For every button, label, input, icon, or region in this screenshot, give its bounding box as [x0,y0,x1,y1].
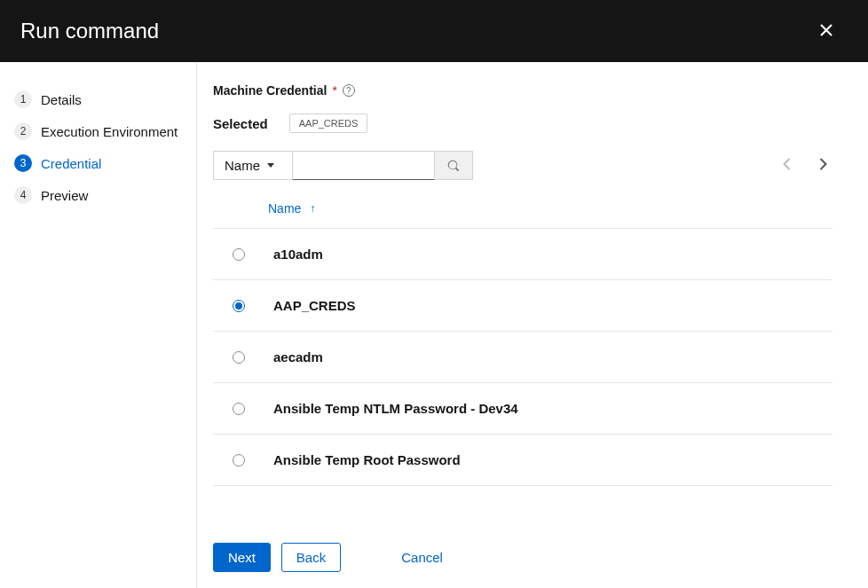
credential-name: Ansible Temp NTLM Password - Dev34 [273,401,518,416]
filter-label: Name [225,158,260,173]
credential-row[interactable]: Ansible Temp NTLM Password - Dev34 [213,382,832,434]
modal-body: 1 Details 2 Execution Environment 3 Cred… [0,62,868,588]
step-number: 2 [14,122,32,140]
field-label-row: Machine Credential * ? [213,83,832,98]
content-scroll: Machine Credential * ? Selected AAP_CRED… [197,62,868,526]
sort-ascending-icon: ↑ [310,202,315,215]
step-number: 1 [14,90,32,108]
step-label: Credential [41,156,101,171]
wizard-step-execution-environment[interactable]: 2 Execution Environment [14,115,182,147]
main-content: Machine Credential * ? Selected AAP_CRED… [197,62,868,588]
modal-header: Run command [0,0,868,62]
modal-title: Run command [20,19,159,43]
selected-chip[interactable]: AAP_CREDS [289,114,368,133]
prev-page-button[interactable] [777,153,796,178]
table-header[interactable]: Name ↑ [213,189,832,228]
credential-list: a10admAAP_CREDSaecadmAnsible Temp NTLM P… [213,228,832,486]
credential-name: a10adm [273,247,323,262]
step-number: 3 [14,154,32,172]
close-button[interactable] [813,17,840,46]
credential-radio[interactable] [233,403,245,415]
credential-radio[interactable] [233,248,245,261]
search-button[interactable] [435,151,473,180]
credential-row[interactable]: AAP_CREDS [213,279,832,331]
search-row: Name [213,151,832,180]
wizard-step-details[interactable]: 1 Details [14,83,182,115]
chevron-right-icon [819,158,827,170]
required-indicator: * [332,83,336,98]
back-button[interactable]: Back [281,543,341,572]
footer: Next Back Cancel [197,526,868,588]
selected-label: Selected [213,116,268,131]
credential-radio[interactable] [233,300,245,312]
credential-name: aecadm [273,349,323,365]
credential-row[interactable]: a10adm [213,228,832,279]
credential-row[interactable]: Ansible Temp Root Password [213,434,832,486]
help-icon[interactable]: ? [343,84,355,97]
wizard-step-preview[interactable]: 4 Preview [14,179,182,211]
step-label: Preview [41,188,88,203]
credential-radio[interactable] [233,454,245,466]
credential-name: AAP_CREDS [273,298,356,313]
credential-radio[interactable] [233,351,245,364]
column-name: Name [268,201,301,216]
step-label: Details [41,92,82,107]
search-input[interactable] [293,151,435,180]
wizard-step-credential[interactable]: 3 Credential [14,147,182,179]
next-page-button[interactable] [814,153,832,178]
close-icon [818,22,834,38]
cancel-button[interactable]: Cancel [387,544,457,571]
search-icon [447,160,460,172]
chevron-left-icon [783,158,791,170]
credential-row[interactable]: aecadm [213,331,832,382]
field-label: Machine Credential [213,83,327,98]
filter-select[interactable]: Name [213,151,293,180]
search-group: Name [213,151,473,180]
selected-row: Selected AAP_CREDS [213,114,832,133]
credential-name: Ansible Temp Root Password [273,452,461,467]
chevron-down-icon [267,163,274,168]
step-label: Execution Environment [41,124,178,139]
pagination-nav [777,153,832,178]
next-button[interactable]: Next [213,543,271,572]
wizard-nav: 1 Details 2 Execution Environment 3 Cred… [0,62,197,588]
step-number: 4 [14,186,32,204]
